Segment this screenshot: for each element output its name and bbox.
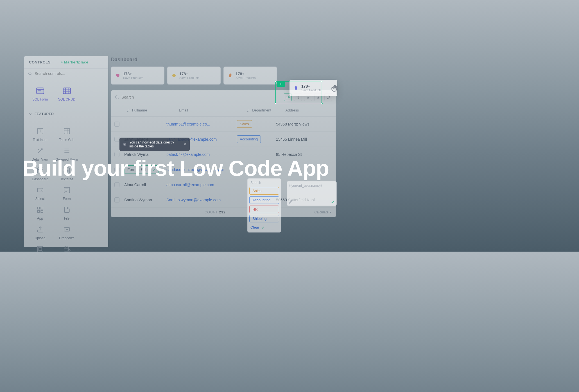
svg-rect-4	[64, 128, 70, 134]
control-sql-crud[interactable]: SQL CRUD	[53, 84, 80, 104]
star-icon	[171, 73, 177, 78]
row-checkbox[interactable]	[114, 197, 119, 202]
svg-rect-2	[63, 88, 71, 94]
tab-marketplace[interactable]: + Markertplace	[56, 56, 93, 68]
col-address[interactable]: Address	[281, 104, 336, 116]
svg-rect-13	[64, 228, 70, 231]
control-upload[interactable]: Upload	[27, 223, 53, 242]
control-dropdown[interactable]: Dropdown	[53, 223, 80, 242]
svg-point-18	[172, 74, 176, 77]
edit-icon	[127, 109, 130, 112]
svg-rect-15	[39, 248, 42, 251]
section-featured[interactable]: FEATURED	[24, 109, 108, 119]
col-department[interactable]: Department	[243, 104, 281, 116]
table-row[interactable]: thumm51@example.co...Sales54368 Mertz Vi…	[111, 117, 336, 132]
row-checkbox[interactable]	[114, 137, 119, 142]
sidebar: CONTROLS + Markertplace SQL Form SQL CRU…	[24, 56, 108, 247]
plus-icon: +	[61, 60, 63, 64]
control-sql-form[interactable]: SQL Form	[27, 84, 53, 104]
filter-opt-accounting[interactable]: Accounting	[249, 196, 279, 204]
filter-clear[interactable]: Clear	[249, 224, 279, 231]
info-icon	[123, 142, 126, 147]
grab-cursor-icon	[330, 84, 339, 93]
filter-opt-hr[interactable]: HR	[249, 206, 279, 213]
table-search-input[interactable]	[121, 95, 282, 99]
stat-card-2[interactable]: 178+Save Products	[167, 67, 221, 85]
tooltip-close[interactable]: ✕	[184, 142, 186, 146]
controls-search-input[interactable]	[35, 71, 104, 76]
chevron-down-icon	[28, 112, 32, 116]
search-icon	[115, 95, 119, 99]
search-icon	[28, 71, 32, 76]
svg-rect-9	[37, 207, 40, 209]
hero-title: Build your first Low Code App	[22, 156, 329, 181]
row-checkbox[interactable]	[114, 122, 119, 127]
svg-point-0	[29, 72, 31, 75]
calculate-dropdown[interactable]: Calculate ▾	[315, 210, 331, 214]
control-file[interactable]: File	[53, 203, 80, 223]
filter-opt-sales[interactable]: Sales	[249, 187, 279, 195]
page-title: Dashboard	[111, 56, 339, 67]
control-text-input[interactable]: Text Input	[27, 124, 53, 144]
add-widget-button[interactable]	[277, 81, 285, 87]
tab-controls[interactable]: CONTROLS	[24, 56, 56, 68]
col-email[interactable]: Email	[174, 104, 243, 116]
control-app[interactable]: App	[27, 203, 53, 223]
row-checkbox[interactable]	[114, 182, 119, 187]
filter-opt-shipping[interactable]: Shipping	[249, 215, 279, 222]
svg-rect-12	[41, 210, 43, 213]
stat-card-3[interactable]: 178+Save Products	[223, 67, 277, 85]
stat-card-1[interactable]: 178+Save Products	[111, 67, 164, 85]
control-date-time[interactable]: Date Time	[53, 242, 80, 252]
svg-rect-11	[37, 210, 40, 213]
col-fullname[interactable]: Fullname	[123, 104, 175, 116]
check-icon[interactable]	[331, 200, 335, 204]
bag-icon	[228, 73, 233, 78]
info-tooltip: You can now edit data directly inside th…	[119, 138, 190, 151]
control-table-grid[interactable]: Table Grid	[53, 124, 80, 144]
edit-icon	[289, 200, 293, 204]
control-container[interactable]: Container	[27, 242, 53, 252]
department-filter-popup[interactable]: Search Sales Accounting HR Shipping Clea…	[247, 178, 281, 233]
svg-rect-10	[41, 207, 43, 209]
address-formula-popup[interactable]: {{current_user.name}}	[287, 181, 337, 206]
control-select[interactable]: Select	[27, 183, 53, 203]
control-form[interactable]: Form	[53, 183, 80, 203]
svg-point-19	[116, 96, 118, 98]
bag-icon	[293, 85, 298, 90]
heart-icon	[115, 73, 120, 78]
edit-icon	[247, 109, 250, 112]
